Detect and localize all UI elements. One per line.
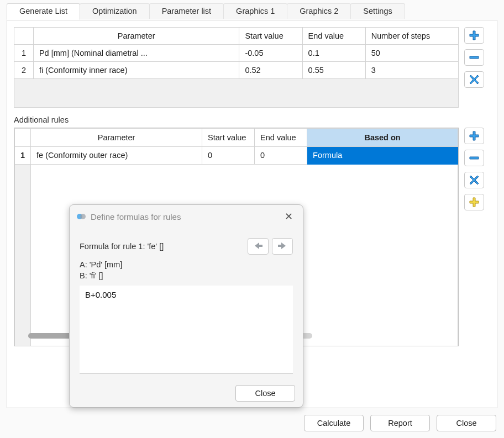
- tab-bar: Generate List Optimization Parameter lis…: [7, 3, 405, 19]
- cell-start-value[interactable]: 0.52: [239, 62, 302, 79]
- cell-end-value[interactable]: 0: [255, 146, 307, 165]
- cell-num-steps[interactable]: 3: [365, 62, 458, 79]
- dialog-title: Define formulas for rules: [91, 212, 181, 221]
- minus-icon: [469, 152, 480, 163]
- clear-rows-button[interactable]: [464, 71, 484, 88]
- col-parameter[interactable]: Parameter: [31, 129, 202, 147]
- tab-parameter-list[interactable]: Parameter list: [149, 3, 224, 19]
- col-parameter[interactable]: Parameter: [33, 28, 239, 45]
- rules-side-buttons: [464, 128, 484, 210]
- table-row[interactable]: 1 fe (Conformity outer race) 0 0 Formula: [15, 146, 458, 165]
- cell-parameter[interactable]: Pd [mm] (Nominal diametral ...: [33, 45, 239, 62]
- additional-rules-label: Additional rules: [14, 115, 490, 124]
- col-based-on[interactable]: Based on: [307, 129, 458, 147]
- formula-input[interactable]: B+0.005: [80, 286, 293, 374]
- col-end-value[interactable]: End value: [302, 28, 365, 45]
- close-icon[interactable]: ✕: [281, 209, 296, 224]
- tab-optimization[interactable]: Optimization: [80, 3, 150, 19]
- calculate-button[interactable]: Calculate: [304, 415, 364, 431]
- tab-graphics-1[interactable]: Graphics 1: [223, 3, 287, 19]
- add-row-button[interactable]: [464, 27, 484, 44]
- next-rule-button[interactable]: [272, 238, 293, 255]
- app-icon: [76, 212, 86, 221]
- cell-start-value[interactable]: 0: [202, 146, 255, 165]
- row-index: 2: [14, 62, 34, 79]
- clear-rules-button[interactable]: [464, 172, 484, 188]
- col-end-value[interactable]: End value: [255, 129, 307, 147]
- cell-end-value[interactable]: 0.55: [302, 62, 365, 79]
- svg-point-1: [80, 214, 86, 219]
- cell-based-on[interactable]: Formula: [307, 146, 458, 165]
- prev-rule-button[interactable]: [248, 238, 269, 255]
- cell-num-steps[interactable]: 50: [365, 45, 458, 62]
- report-button[interactable]: Report: [370, 415, 430, 431]
- cell-end-value[interactable]: 0.1: [302, 45, 365, 62]
- corner-cell: [14, 28, 34, 45]
- plus-yellow-icon: [469, 197, 480, 208]
- x-icon: [469, 175, 480, 186]
- define-formulas-dialog: Define formulas for rules ✕ Formula for …: [69, 204, 303, 408]
- tab-settings[interactable]: Settings: [350, 3, 405, 19]
- add-rule-button[interactable]: [464, 128, 484, 144]
- table-row[interactable]: 2 fi (Conformity inner race) 0.52 0.55 3: [14, 62, 459, 79]
- cell-start-value[interactable]: -0.05: [239, 45, 302, 62]
- row-gutter: [15, 165, 31, 347]
- dialog-close-button[interactable]: Close: [235, 385, 295, 402]
- top-side-buttons: [464, 27, 484, 88]
- row-index: 1: [14, 45, 34, 62]
- plus-icon: [469, 130, 480, 141]
- cell-parameter[interactable]: fe (Conformity outer race): [31, 146, 202, 165]
- col-start-value[interactable]: Start value: [239, 28, 302, 45]
- formula-label: Formula for rule 1: 'fe' []: [80, 242, 244, 251]
- x-icon: [469, 74, 480, 85]
- top-parameter-table[interactable]: Parameter Start value End value Number o…: [14, 27, 459, 108]
- remove-rule-button[interactable]: [464, 150, 484, 166]
- table-row[interactable]: 1 Pd [mm] (Nominal diametral ... -0.05 0…: [14, 45, 459, 62]
- col-start-value[interactable]: Start value: [202, 129, 255, 147]
- footer-buttons: Calculate Report Close: [304, 415, 496, 431]
- minus-icon: [469, 52, 480, 63]
- table-spacer: [14, 79, 459, 108]
- variable-b-label: B: 'fi' []: [80, 271, 293, 280]
- arrow-left-icon: [253, 241, 264, 252]
- tab-generate-list[interactable]: Generate List: [7, 3, 80, 20]
- remove-row-button[interactable]: [464, 49, 484, 66]
- row-index: 1: [15, 146, 31, 165]
- plus-icon: [469, 30, 480, 41]
- cell-parameter[interactable]: fi (Conformity inner race): [33, 62, 239, 79]
- add-formula-button[interactable]: [464, 194, 484, 210]
- corner-cell: [15, 129, 31, 147]
- col-num-steps[interactable]: Number of steps: [365, 28, 458, 45]
- arrow-right-icon: [277, 241, 288, 252]
- variable-a-label: A: 'Pd' [mm]: [80, 260, 293, 269]
- dialog-titlebar[interactable]: Define formulas for rules ✕: [70, 205, 303, 228]
- tab-graphics-2[interactable]: Graphics 2: [287, 3, 351, 19]
- close-button[interactable]: Close: [437, 415, 496, 431]
